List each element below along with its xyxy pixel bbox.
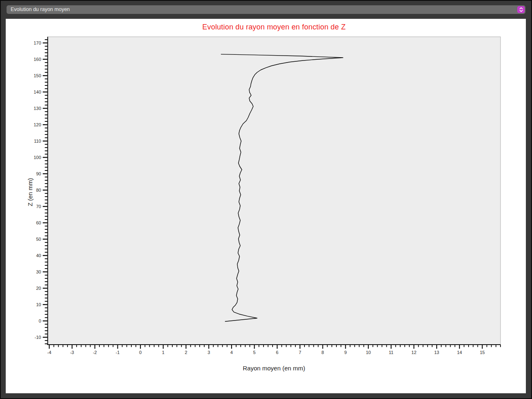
y-axis-label: Z (en mm) (27, 178, 34, 206)
svg-text:120: 120 (34, 122, 41, 127)
svg-text:13: 13 (434, 350, 439, 355)
svg-text:170: 170 (34, 40, 41, 45)
svg-text:5: 5 (253, 350, 256, 355)
svg-text:0: 0 (38, 318, 41, 323)
chart-canvas: Evolution du rayon moyen en fonction de … (6, 19, 526, 393)
svg-text:150: 150 (34, 73, 41, 78)
svg-text:14: 14 (457, 350, 462, 355)
app-window: Evolution du rayon moyen Evolution du ra… (0, 0, 532, 399)
dropdown-stepper-button[interactable] (517, 6, 525, 13)
svg-text:140: 140 (34, 90, 41, 94)
svg-text:70: 70 (36, 204, 41, 209)
svg-text:100: 100 (34, 155, 41, 160)
svg-text:12: 12 (411, 350, 416, 355)
chevron-up-down-icon (519, 7, 523, 12)
plot-area: -4-3-2-10123456789101112131415-100102030… (6, 19, 526, 393)
svg-text:50: 50 (36, 237, 41, 242)
svg-text:10: 10 (36, 302, 41, 307)
svg-text:7: 7 (299, 350, 301, 355)
svg-text:0: 0 (139, 350, 142, 355)
svg-text:40: 40 (36, 253, 41, 258)
svg-text:1: 1 (162, 350, 165, 355)
svg-text:130: 130 (34, 106, 41, 111)
svg-text:-4: -4 (47, 350, 52, 355)
svg-text:30: 30 (36, 269, 41, 274)
svg-text:-3: -3 (70, 350, 74, 355)
svg-text:6: 6 (276, 350, 278, 355)
chart-selector-value: Evolution du rayon moyen (11, 5, 70, 14)
svg-text:11: 11 (389, 350, 393, 355)
svg-text:-1: -1 (116, 350, 120, 355)
toolbar: Evolution du rayon moyen (1, 1, 531, 19)
svg-text:20: 20 (36, 286, 41, 291)
svg-text:4: 4 (230, 350, 233, 355)
chart-selector-dropdown[interactable]: Evolution du rayon moyen (7, 5, 525, 14)
svg-text:90: 90 (36, 171, 41, 176)
svg-text:-10: -10 (35, 335, 41, 340)
svg-text:2: 2 (185, 350, 187, 355)
svg-text:110: 110 (34, 139, 41, 143)
svg-text:9: 9 (344, 350, 347, 355)
svg-text:60: 60 (36, 220, 41, 225)
svg-text:10: 10 (366, 350, 371, 355)
svg-text:-2: -2 (93, 350, 97, 355)
svg-text:15: 15 (480, 350, 485, 355)
svg-text:3: 3 (207, 350, 210, 355)
svg-text:160: 160 (34, 57, 41, 62)
svg-text:8: 8 (322, 350, 324, 355)
svg-text:80: 80 (36, 188, 41, 193)
x-axis-label: Rayon moyen (en mm) (47, 365, 500, 372)
